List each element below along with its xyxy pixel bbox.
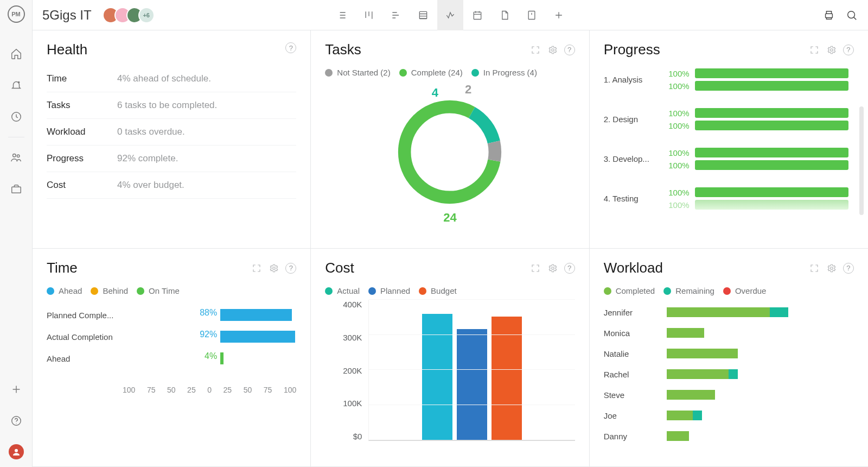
people-icon[interactable] [9,150,23,165]
progress-bar-row: 100% [665,160,848,170]
legend-swatch [419,287,426,295]
workload-name: Steve [604,390,667,400]
legend-item[interactable]: Overdue [723,286,767,295]
cost-bar-budget [492,317,522,440]
expand-icon[interactable] [808,262,820,274]
panel-title: Time [47,260,78,276]
legend-item[interactable]: Budget [419,286,457,295]
legend-item[interactable]: In Progress (4) [471,68,537,77]
progress-bar [695,200,848,210]
user-avatar[interactable] [9,444,24,459]
legend-swatch [47,287,54,295]
project-members[interactable]: +6 [103,7,155,23]
view-dashboard-icon[interactable] [437,0,463,30]
legend-label: Overdue [735,286,767,295]
svg-point-13 [551,48,554,51]
legend-label: Budget [431,286,457,295]
left-rail: PM [0,0,33,467]
workload-row: Steve [604,384,854,405]
time-bar [220,309,292,321]
expand-icon[interactable] [529,44,541,56]
workload-row: Jennifer [604,302,854,323]
axis-tick: $0 [353,432,362,441]
svg-point-19 [551,267,554,269]
print-icon[interactable] [822,9,835,22]
help-icon[interactable]: ? [564,45,575,55]
progress-phase: 3. Develop... 100% 100% [604,145,848,173]
search-icon[interactable] [845,9,858,22]
plus-icon[interactable] [9,382,23,396]
legend-item[interactable]: Remaining [663,286,714,295]
progress-bar-row: 100% [665,81,848,91]
app-logo[interactable]: PM [8,5,25,23]
gear-icon[interactable] [547,44,559,56]
progress-bar [695,81,848,91]
legend-item[interactable]: Not Started (2) [325,68,390,77]
legend-swatch [137,287,144,295]
help-icon[interactable] [9,414,23,428]
workload-bar [667,431,854,441]
progress-pct: 100% [665,188,690,197]
bell-icon[interactable] [9,78,23,92]
legend-item[interactable]: Actual [325,286,360,295]
legend-swatch [91,287,98,295]
scrollbar[interactable] [859,106,864,215]
legend-label: Complete (24) [411,68,463,77]
health-label: Tasks [47,100,117,111]
workload-name: Natalie [604,349,667,358]
view-calendar-icon[interactable] [464,0,490,30]
axis-tick: 100K [343,399,362,408]
legend-item[interactable]: Behind [91,286,128,295]
avatar-more[interactable]: +6 [138,7,155,23]
axis-tick: 25 [224,386,232,394]
briefcase-icon[interactable] [9,182,23,196]
home-icon[interactable] [9,47,23,61]
legend-item[interactable]: Complete (24) [399,68,463,77]
expand-icon[interactable] [529,262,541,274]
panel-title: Workload [604,260,663,276]
progress-bar-row: 100% [665,187,848,197]
progress-bar [695,160,848,170]
workload-bar [667,390,854,400]
gear-icon[interactable] [268,262,280,274]
donut-complete-label: 24 [443,211,456,225]
view-report-icon[interactable] [519,0,545,30]
time-row-label: Ahead [47,354,144,363]
axis-tick: 75 [264,386,272,394]
legend-item[interactable]: Ahead [47,286,82,295]
gear-icon[interactable] [547,262,559,274]
time-bar [220,352,224,364]
progress-phase-name: 1. Analysis [604,75,658,84]
expand-icon[interactable] [251,262,263,274]
view-gantt-icon[interactable] [383,0,409,30]
project-title[interactable]: 5Gigs IT [42,8,92,23]
svg-rect-11 [826,14,833,17]
legend-item[interactable]: Planned [368,286,410,295]
workload-name: Joe [604,411,667,420]
help-icon[interactable]: ? [564,263,575,274]
health-row: Workload 0 tasks overdue. [47,119,296,146]
view-add-icon[interactable] [546,0,572,30]
progress-bar [695,121,848,130]
panel-title: Tasks [325,41,361,58]
legend-label: Completed [616,286,655,295]
view-board-icon[interactable] [356,0,382,30]
legend-label: In Progress (4) [483,68,537,77]
health-row: Tasks 6 tasks to be completed. [47,92,296,119]
view-sheet-icon[interactable] [410,0,436,30]
legend-item[interactable]: Completed [604,286,655,295]
svg-point-12 [848,11,855,18]
help-icon[interactable]: ? [285,263,296,274]
help-icon[interactable]: ? [843,45,854,55]
gear-icon[interactable] [826,44,838,56]
health-label: Time [47,73,117,84]
gear-icon[interactable] [826,262,838,274]
time-row-pct: 88% [200,308,217,318]
help-icon[interactable]: ? [843,263,854,274]
view-list-icon[interactable] [329,0,355,30]
clock-icon[interactable] [9,110,23,124]
time-panel: Time ? Ahead Behind On Time Planned [33,249,311,467]
expand-icon[interactable] [808,44,820,56]
view-file-icon[interactable] [492,0,518,30]
legend-item[interactable]: On Time [137,286,180,295]
